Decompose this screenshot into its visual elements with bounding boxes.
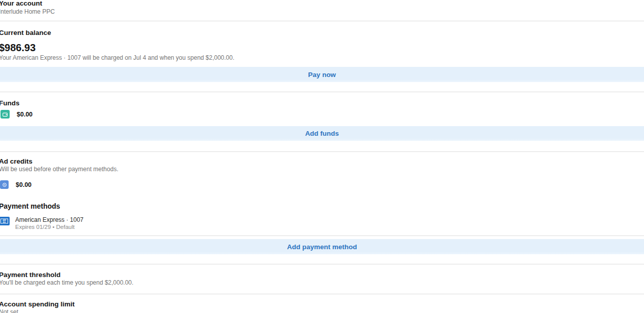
payment-methods-heading: Payment methods [0, 203, 644, 210]
current-balance-section: Current balance $986.93 Your American Ex… [0, 29, 644, 61]
payment-threshold-section: Payment threshold You'll be charged each… [0, 271, 644, 286]
current-balance-amount: $986.93 [0, 43, 644, 53]
ad-credits-balance-row: $0.00 [0, 180, 644, 189]
ad-credits-heading: Ad credits [0, 158, 644, 165]
svg-text:EX: EX [3, 221, 6, 223]
add-payment-method-label: Add payment method [287, 243, 357, 251]
divider [0, 236, 644, 236]
current-balance-heading: Current balance [0, 29, 644, 36]
add-funds-label: Add funds [305, 130, 339, 137]
funds-heading: Funds [0, 99, 644, 107]
ad-credits-description: Will be used before other payment method… [0, 166, 644, 173]
account-section: Your account Interlude Home PPC [0, 0, 644, 15]
account-spending-limit-section: Account spending limit Not set [0, 300, 644, 313]
funds-balance-row: $0.00 [0, 110, 644, 119]
funds-amount: $0.00 [17, 111, 32, 118]
funds-section: Funds $0.00 [0, 99, 644, 119]
pay-now-label: Pay now [308, 71, 336, 79]
ad-credits-section: Ad credits Will be used before other pay… [0, 158, 644, 189]
billing-settings-page: Your account Interlude Home PPC Current … [0, 0, 644, 312]
divider [0, 151, 644, 152]
card-details: Expires 01/29 • Default [15, 223, 84, 230]
account-spending-limit-heading: Account spending limit [0, 300, 644, 308]
divider [0, 92, 644, 92]
current-balance-description: Your American Express · 1007 will be cha… [0, 55, 644, 61]
account-spending-limit-value: Not set [0, 309, 644, 313]
pay-now-button[interactable]: Pay now [0, 67, 644, 82]
divider [0, 21, 644, 21]
add-funds-button[interactable]: Add funds [0, 126, 644, 141]
account-name: Interlude Home PPC [0, 9, 644, 15]
divider [0, 264, 644, 264]
payment-methods-section: Payment methods AM EX American Express ·… [0, 203, 644, 230]
payment-threshold-description: You'll be charged each time you spend $2… [0, 280, 644, 286]
payment-threshold-heading: Payment threshold [0, 271, 644, 279]
wallet-icon [1, 110, 10, 119]
page-title: Your account [0, 0, 644, 7]
amex-card-icon: AM EX [0, 217, 10, 227]
ad-credits-amount: $0.00 [16, 181, 31, 188]
add-payment-method-button[interactable]: Add payment method [0, 239, 644, 254]
divider [0, 294, 644, 294]
payment-method-card-row[interactable]: AM EX American Express · 1007 Expires 01… [0, 216, 644, 230]
ad-credit-coin-icon [0, 180, 9, 189]
card-name: American Express · 1007 [15, 216, 84, 223]
